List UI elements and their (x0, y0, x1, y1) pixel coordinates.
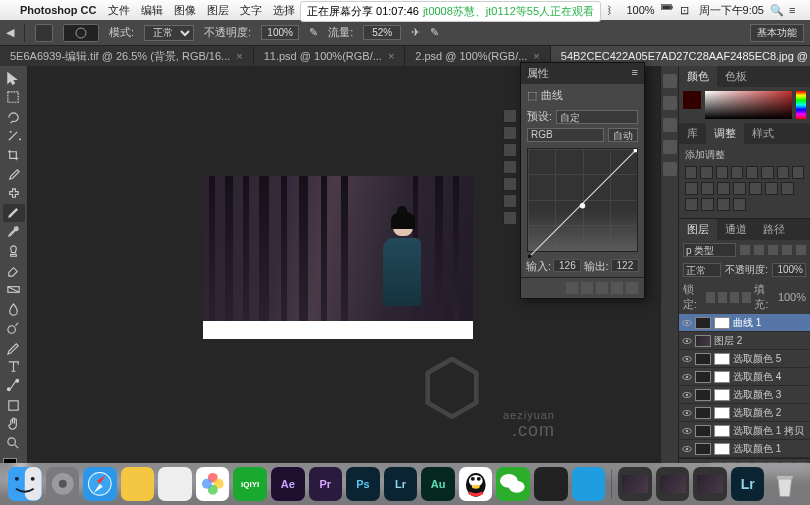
curves-smooth-icon[interactable] (503, 160, 517, 174)
eye-icon[interactable] (682, 354, 692, 364)
close-tab-icon[interactable]: × (533, 50, 539, 62)
mask-thumb[interactable] (714, 407, 730, 419)
lock-trans-icon[interactable] (706, 292, 715, 303)
dock-settings[interactable] (46, 467, 80, 501)
color-panel[interactable] (679, 87, 810, 123)
pressure-opacity-icon[interactable]: ✎ (309, 26, 318, 39)
tab-channels[interactable]: 通道 (717, 219, 755, 240)
tab-paths[interactable]: 路径 (755, 219, 793, 240)
blend-mode-select[interactable]: 正常 (144, 25, 194, 41)
layer-row[interactable]: 选取颜色 4 (679, 368, 810, 386)
tool-dodge[interactable] (3, 320, 25, 337)
hue-slider[interactable] (796, 91, 806, 119)
curves-auto-button[interactable]: 自动 (608, 128, 638, 142)
view-previous-icon[interactable] (581, 282, 593, 294)
document-canvas[interactable] (203, 176, 473, 339)
dock-ae[interactable]: Ae (271, 467, 305, 501)
tool-path[interactable] (3, 377, 25, 394)
adj-invert-icon[interactable] (717, 182, 730, 195)
adj-brightness-icon[interactable] (685, 166, 697, 179)
eye-icon[interactable] (682, 318, 692, 328)
dock-safari[interactable] (83, 467, 117, 501)
dock-qq[interactable] (459, 467, 493, 501)
mask-thumb[interactable] (714, 317, 730, 329)
search-icon[interactable]: 🔍 (770, 4, 783, 17)
tool-eraser[interactable] (3, 262, 25, 279)
curves-pencil-icon[interactable] (503, 143, 517, 157)
tab-layers[interactable]: 图层 (679, 219, 717, 240)
layer-filter-select[interactable]: p 类型 (683, 243, 736, 257)
fg-color-swatch[interactable] (683, 91, 701, 109)
tool-brush[interactable] (3, 204, 25, 221)
tool-hand[interactable] (3, 416, 25, 433)
adj-hue-icon[interactable] (761, 166, 773, 179)
dock-iqiyi[interactable]: iQIYI (233, 467, 267, 501)
tool-type[interactable] (3, 358, 25, 375)
dock-ps[interactable]: Ps (346, 467, 380, 501)
tab-styles[interactable]: 样式 (744, 123, 782, 144)
dock-qqbrowser[interactable] (572, 467, 606, 501)
toggle-visibility-icon[interactable] (611, 282, 623, 294)
adj-row3-3[interactable] (717, 198, 730, 211)
history-panel-icon[interactable] (663, 74, 677, 88)
lock-all-icon[interactable] (742, 292, 751, 303)
layer-row[interactable]: 图层 2 (679, 332, 810, 350)
adj-row3-4[interactable] (733, 198, 746, 211)
filter-type-icon[interactable] (768, 245, 778, 255)
layer-row[interactable]: 选取颜色 3 (679, 386, 810, 404)
dock-lr[interactable]: Lr (384, 467, 418, 501)
tool-preset-button[interactable] (35, 24, 53, 42)
curves-black-eyedrop-icon[interactable] (503, 177, 517, 191)
tab-libraries[interactable]: 库 (679, 123, 706, 144)
tool-shape[interactable] (3, 396, 25, 413)
tab-swatches[interactable]: 色板 (717, 66, 755, 87)
tool-wand[interactable] (3, 128, 25, 145)
adj-curves-icon[interactable] (716, 166, 728, 179)
tab-adjustments[interactable]: 调整 (706, 123, 744, 144)
para-panel-icon[interactable] (663, 140, 677, 154)
menu-文件[interactable]: 文件 (108, 3, 130, 18)
tool-history-brush[interactable] (3, 224, 25, 241)
dock-finder[interactable] (8, 467, 42, 501)
filter-pixel-icon[interactable] (740, 245, 750, 255)
tool-eyedrop[interactable] (3, 166, 25, 183)
adj-gradmap-icon[interactable] (765, 182, 778, 195)
ps-home-icon[interactable]: ◀ (6, 26, 14, 39)
tool-move[interactable] (3, 70, 25, 87)
opacity-input[interactable] (261, 25, 299, 40)
dock-thumb2[interactable] (656, 467, 690, 501)
filter-shape-icon[interactable] (782, 245, 792, 255)
adj-vibrance-icon[interactable] (746, 166, 758, 179)
curves-graph[interactable] (527, 148, 638, 252)
dock-thumb1[interactable] (618, 467, 652, 501)
tool-pen[interactable] (3, 339, 25, 356)
dock-display[interactable] (534, 467, 568, 501)
dock-notes[interactable] (121, 467, 155, 501)
layer-opacity-input[interactable]: 100% (772, 263, 806, 277)
lock-pos-icon[interactable] (730, 292, 739, 303)
tool-blur[interactable] (3, 300, 25, 317)
curves-input[interactable] (553, 259, 581, 272)
battery-icon[interactable] (661, 4, 674, 17)
curves-gray-eyedrop-icon[interactable] (503, 194, 517, 208)
curves-channel-select[interactable]: RGB (527, 128, 604, 142)
filter-smart-icon[interactable] (796, 245, 806, 255)
close-tab-icon[interactable]: × (388, 50, 394, 62)
color-field[interactable] (705, 91, 792, 119)
eye-icon[interactable] (682, 426, 692, 436)
adj-row3-1[interactable] (685, 198, 698, 211)
actions-panel-icon[interactable] (663, 162, 677, 176)
dock-au[interactable]: Au (421, 467, 455, 501)
app-name[interactable]: Photoshop CC (20, 4, 96, 16)
eye-icon[interactable] (682, 390, 692, 400)
layer-row[interactable]: 选取颜色 2 (679, 404, 810, 422)
panel-menu-icon[interactable]: ≡ (632, 66, 638, 81)
curves-sample-icon[interactable] (503, 126, 517, 140)
dock-reminders[interactable] (158, 467, 192, 501)
pressure-size-icon[interactable]: ✎ (430, 26, 439, 39)
adj-bw-icon[interactable] (777, 166, 789, 179)
delete-adj-icon[interactable] (626, 282, 638, 294)
menu-文字[interactable]: 文字 (240, 3, 262, 18)
mask-thumb[interactable] (714, 371, 730, 383)
layer-blend-select[interactable]: 正常 (683, 263, 721, 277)
